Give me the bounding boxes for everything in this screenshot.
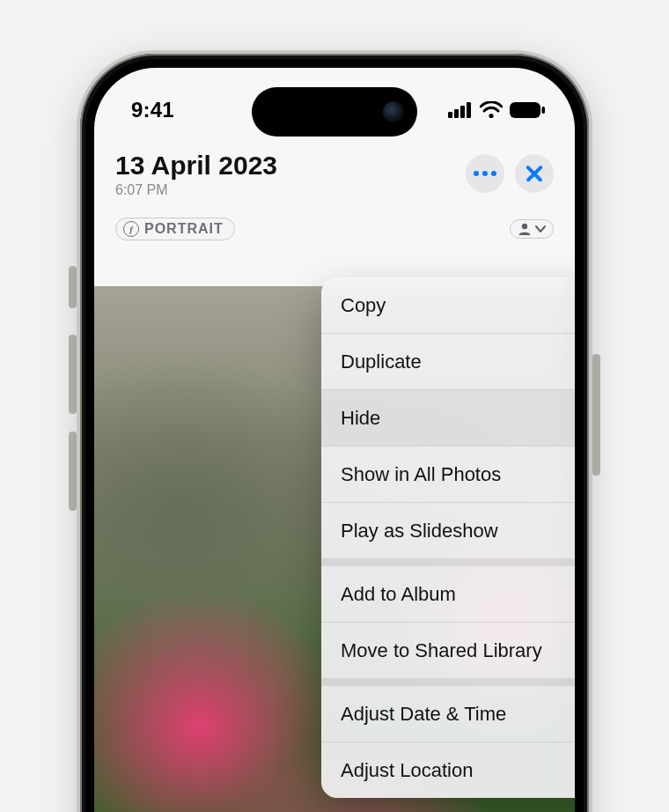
device-side-button bbox=[592, 354, 600, 476]
menu-item-label: Move to Shared Library bbox=[341, 639, 542, 662]
menu-item-add-album[interactable]: Add to Album bbox=[321, 566, 575, 622]
ellipsis-icon bbox=[474, 171, 496, 176]
device-mute-switch bbox=[69, 266, 77, 308]
front-camera bbox=[383, 101, 404, 122]
svg-rect-2 bbox=[460, 106, 465, 118]
page-subtitle: 6:07 PM bbox=[115, 182, 277, 198]
battery-icon bbox=[510, 102, 545, 118]
close-button[interactable] bbox=[515, 154, 554, 193]
svg-point-4 bbox=[489, 114, 493, 118]
menu-item-label: Copy bbox=[341, 294, 386, 317]
page-title: 13 April 2023 bbox=[115, 151, 277, 181]
svg-rect-3 bbox=[467, 102, 471, 118]
menu-item-label: Adjust Location bbox=[341, 759, 473, 782]
header: 13 April 2023 6:07 PM bbox=[94, 151, 575, 249]
svg-rect-1 bbox=[454, 109, 459, 118]
menu-item-label: Adjust Date & Time bbox=[341, 703, 506, 726]
device-frame: 9:41 bbox=[77, 50, 592, 812]
menu-item-label: Show in All Photos bbox=[341, 463, 501, 486]
menu-item-adjust-datetime[interactable]: Adjust Date & Time bbox=[321, 686, 575, 742]
close-icon bbox=[526, 165, 543, 182]
people-chip[interactable] bbox=[510, 219, 554, 239]
portrait-badge-label: PORTRAIT bbox=[144, 221, 224, 237]
more-button[interactable] bbox=[466, 154, 504, 193]
svg-rect-5 bbox=[510, 102, 540, 118]
svg-rect-0 bbox=[448, 112, 452, 118]
menu-item-label: Duplicate bbox=[341, 351, 422, 373]
menu-item-hide[interactable]: Hide bbox=[321, 390, 575, 446]
menu-item-label: Play as Slideshow bbox=[341, 520, 498, 543]
aperture-icon: f bbox=[123, 221, 139, 237]
menu-item-copy[interactable]: Copy bbox=[321, 277, 575, 333]
svg-point-7 bbox=[522, 224, 527, 229]
menu-item-shared-library[interactable]: Move to Shared Library bbox=[321, 623, 575, 678]
menu-item-show-all-photos[interactable]: Show in All Photos bbox=[321, 447, 575, 502]
person-icon bbox=[518, 223, 532, 235]
screen: 9:41 bbox=[94, 68, 575, 812]
menu-item-slideshow[interactable]: Play as Slideshow bbox=[321, 503, 575, 558]
menu-item-adjust-location[interactable]: Adjust Location bbox=[321, 742, 575, 798]
chevron-down-icon bbox=[535, 225, 546, 233]
status-time: 9:41 bbox=[131, 98, 174, 122]
portrait-badge[interactable]: f PORTRAIT bbox=[115, 218, 235, 240]
menu-item-duplicate[interactable]: Duplicate bbox=[321, 334, 575, 389]
device-volume-down bbox=[69, 432, 77, 511]
cellular-icon bbox=[448, 102, 473, 118]
svg-rect-6 bbox=[542, 107, 546, 114]
menu-item-label: Add to Album bbox=[341, 583, 456, 606]
dynamic-island bbox=[252, 87, 417, 137]
device-volume-up bbox=[69, 335, 77, 414]
context-menu: Copy Duplicate bbox=[321, 277, 575, 798]
wifi-icon bbox=[480, 101, 503, 119]
menu-item-label: Hide bbox=[341, 407, 380, 430]
